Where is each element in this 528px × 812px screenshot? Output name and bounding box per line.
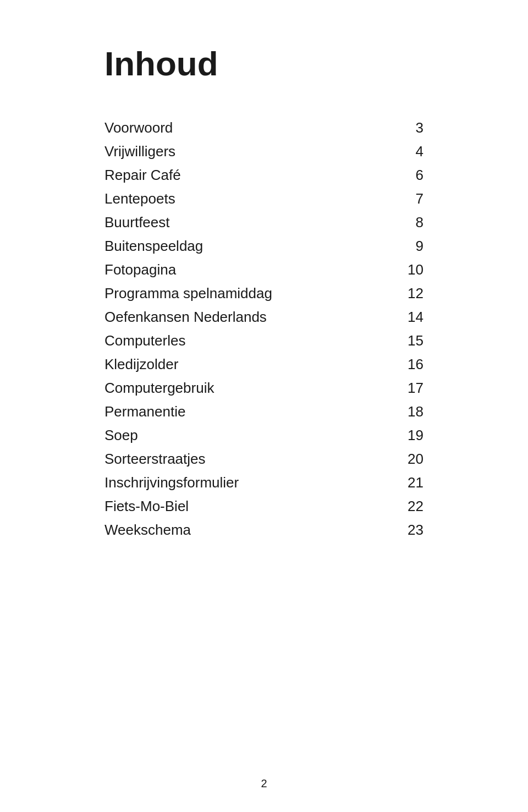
toc-item-page: 10 xyxy=(407,261,424,278)
toc-row: Fiets-Mo-Biel22 xyxy=(105,495,424,518)
toc-item-label: Inschrijvingsformulier xyxy=(105,474,239,491)
toc-row: Weekschema23 xyxy=(105,518,424,542)
toc-item-page: 7 xyxy=(407,190,424,207)
toc-item-label: Sorteerstraatjes xyxy=(105,451,206,468)
toc-item-label: Kledijzolder xyxy=(105,356,178,373)
toc-item-label: Soep xyxy=(105,427,138,444)
toc-item-page: 17 xyxy=(407,380,424,397)
toc-row: Kledijzolder16 xyxy=(105,353,424,376)
toc-item-page: 16 xyxy=(407,356,424,373)
toc-row: Oefenkansen Nederlands14 xyxy=(105,305,424,329)
toc-item-page: 8 xyxy=(407,214,424,231)
toc-item-label: Computerles xyxy=(105,332,185,349)
toc-item-label: Computergebruik xyxy=(105,380,214,397)
toc-row: Fotopagina10 xyxy=(105,258,424,282)
toc-row: Repair Café6 xyxy=(105,163,424,187)
toc-item-page: 23 xyxy=(407,522,424,539)
toc-row: Soep19 xyxy=(105,424,424,447)
page-number: 2 xyxy=(261,777,267,790)
toc-item-page: 22 xyxy=(407,498,424,515)
toc-row: Programma spelnamiddag12 xyxy=(105,282,424,305)
page-title: Inhoud xyxy=(105,44,424,83)
toc-item-label: Lentepoets xyxy=(105,190,175,207)
toc-row: Buurtfeest8 xyxy=(105,211,424,234)
toc-item-page: 6 xyxy=(407,167,424,184)
toc-item-label: Vrijwilligers xyxy=(105,143,175,160)
toc-item-label: Oefenkansen Nederlands xyxy=(105,309,267,326)
toc-item-page: 21 xyxy=(407,474,424,491)
toc-item-page: 18 xyxy=(407,403,424,420)
toc-item-label: Repair Café xyxy=(105,167,181,184)
toc-row: Permanentie18 xyxy=(105,400,424,424)
toc-row: Voorwoord3 xyxy=(105,116,424,140)
toc-item-label: Voorwoord xyxy=(105,119,173,136)
page-container: Inhoud Voorwoord3Vrijwilligers4Repair Ca… xyxy=(72,0,457,812)
toc-item-page: 9 xyxy=(407,238,424,255)
toc-item-label: Weekschema xyxy=(105,522,191,539)
toc-row: Computerles15 xyxy=(105,329,424,353)
toc-item-label: Buurtfeest xyxy=(105,214,170,231)
toc-item-page: 20 xyxy=(407,451,424,468)
toc-item-page: 19 xyxy=(407,427,424,444)
toc-item-label: Buitenspeeldag xyxy=(105,238,203,255)
toc-item-page: 15 xyxy=(407,332,424,349)
toc-item-label: Fotopagina xyxy=(105,261,176,278)
toc-row: Computergebruik17 xyxy=(105,376,424,400)
toc-item-page: 14 xyxy=(407,309,424,326)
toc-item-label: Fiets-Mo-Biel xyxy=(105,498,189,515)
toc-item-label: Permanentie xyxy=(105,403,185,420)
toc-item-label: Programma spelnamiddag xyxy=(105,285,272,302)
toc-row: Buitenspeeldag9 xyxy=(105,234,424,258)
toc-row: Lentepoets7 xyxy=(105,187,424,211)
toc-item-page: 12 xyxy=(407,285,424,302)
toc-row: Vrijwilligers4 xyxy=(105,140,424,163)
toc-item-page: 3 xyxy=(407,119,424,136)
toc-table: Voorwoord3Vrijwilligers4Repair Café6Lent… xyxy=(105,116,424,542)
toc-item-page: 4 xyxy=(407,143,424,160)
toc-row: Inschrijvingsformulier21 xyxy=(105,471,424,495)
toc-row: Sorteerstraatjes20 xyxy=(105,447,424,471)
